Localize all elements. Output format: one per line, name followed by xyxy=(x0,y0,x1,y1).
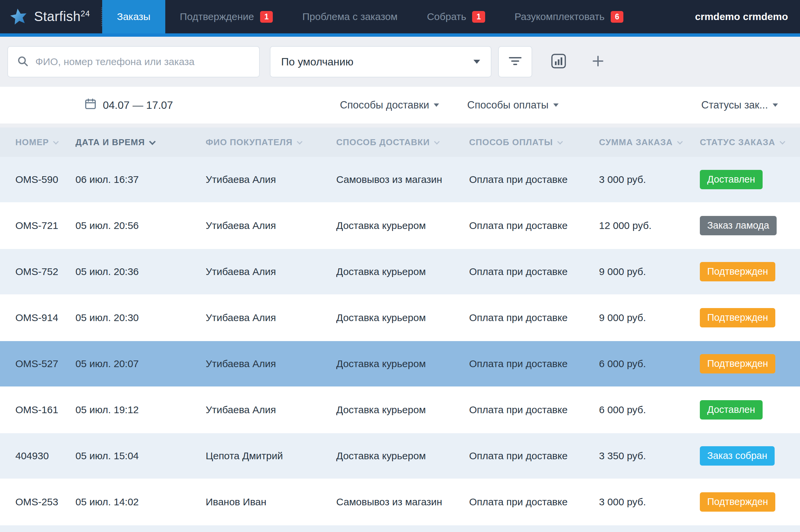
table-header: НОМЕР ДАТА И ВРЕМЯ ФИО ПОКУПАТЕЛЯ СПОСОБ… xyxy=(0,128,800,157)
payment-methods-filter[interactable]: Способы оплаты xyxy=(467,99,558,111)
order-delivery: Доставка курьером xyxy=(336,266,469,277)
date-range-filter[interactable]: 04.07 — 17.07 xyxy=(84,97,173,113)
order-datetime: 05 июл. 19:12 xyxy=(75,404,206,416)
status-badge: Подтвержден xyxy=(700,492,775,511)
order-delivery: Доставка курьером xyxy=(336,358,469,369)
sort-chevron-icon xyxy=(434,139,440,145)
chevron-down-icon xyxy=(434,103,439,107)
order-delivery: Самовывоз из магазин xyxy=(336,174,469,185)
tab-disassemble[interactable]: Разукомплектовать 6 xyxy=(500,0,638,33)
order-number: OMS-161 xyxy=(15,404,75,416)
payment-methods-label: Способы оплаты xyxy=(467,99,548,111)
order-payment: Оплата при доставке xyxy=(469,312,599,323)
tab-badge: 6 xyxy=(611,11,624,23)
brand-name: Starfish24 xyxy=(34,9,90,24)
table-row[interactable]: OMS-914 05 июл. 20:30 Утибаева Алия Дост… xyxy=(0,295,800,341)
order-number: OMS-527 xyxy=(15,358,75,369)
column-header-payment[interactable]: СПОСОБ ОПЛАТЫ xyxy=(469,137,599,148)
calendar-icon xyxy=(84,97,97,113)
table-row[interactable]: OMS-721 05 июл. 20:56 Утибаева Алия Дост… xyxy=(0,203,800,249)
order-payment: Оплата при доставке xyxy=(469,220,599,231)
sort-chevron-icon xyxy=(53,139,59,145)
order-number: OMS-721 xyxy=(15,220,75,231)
tab-orders[interactable]: Заказы xyxy=(102,0,165,33)
column-header-datetime[interactable]: ДАТА И ВРЕМЯ xyxy=(75,137,206,148)
tab-label: Заказы xyxy=(117,11,150,22)
table-row-partial xyxy=(0,525,800,532)
tab-order-problem[interactable]: Проблема с заказом xyxy=(287,0,412,33)
column-header-delivery[interactable]: СПОСОБ ДОСТАВКИ xyxy=(336,137,469,148)
order-payment: Оплата при доставке xyxy=(469,404,599,416)
column-header-amount[interactable]: СУММА ЗАКАЗА xyxy=(599,137,700,148)
order-delivery: Самовывоз из магазин xyxy=(336,496,469,508)
order-delivery: Доставка курьером xyxy=(336,404,469,416)
order-datetime: 05 июл. 20:56 xyxy=(75,220,206,231)
order-customer: Утибаева Алия xyxy=(206,404,336,416)
starfish-logo-icon xyxy=(8,6,29,27)
order-customer: Цепота Дмитрий xyxy=(206,450,336,461)
table-row[interactable]: OMS-527 05 июл. 20:07 Утибаева Алия Дост… xyxy=(0,341,800,387)
sort-chevron-icon xyxy=(677,139,683,145)
table-row[interactable]: OMS-590 06 июл. 16:37 Утибаева Алия Само… xyxy=(0,157,800,203)
order-delivery: Доставка курьером xyxy=(336,220,469,231)
sort-chevron-icon xyxy=(297,139,302,145)
order-statuses-filter[interactable]: Статусы зак... xyxy=(701,99,778,111)
table-row[interactable]: OMS-253 05 июл. 14:02 Иванов Иван Самовы… xyxy=(0,479,800,525)
order-number: 404930 xyxy=(15,450,75,461)
order-statuses-label: Статусы зак... xyxy=(701,99,768,111)
status-badge: Доставлен xyxy=(700,170,763,189)
order-datetime: 05 июл. 20:07 xyxy=(75,358,206,369)
order-number: OMS-752 xyxy=(15,266,75,277)
order-number: OMS-914 xyxy=(15,312,75,323)
order-delivery: Доставка курьером xyxy=(336,312,469,323)
order-payment: Оплата при доставке xyxy=(469,450,599,461)
column-header-number[interactable]: НОМЕР xyxy=(15,137,75,148)
sort-chevron-icon xyxy=(149,138,155,145)
delivery-methods-filter[interactable]: Способы доставки xyxy=(340,99,439,111)
user-menu[interactable]: crmdemo crmdemo xyxy=(683,0,800,33)
status-badge: Подтвержден xyxy=(700,262,775,281)
order-amount: 3 000 руб. xyxy=(599,174,700,185)
status-badge: Подтвержден xyxy=(700,308,775,327)
order-customer: Утибаева Алия xyxy=(206,358,336,369)
search-icon xyxy=(17,55,29,69)
date-range-value: 04.07 — 17.07 xyxy=(103,99,173,112)
status-badge: Заказ ламода xyxy=(700,216,777,235)
filter-row: 04.07 — 17.07 Способы доставки Способы о… xyxy=(0,87,800,124)
accent-line xyxy=(0,33,800,37)
sort-chevron-icon xyxy=(780,139,785,145)
search-input[interactable] xyxy=(35,56,250,68)
nav-tabs: Заказы Подтверждение 1 Проблема с заказо… xyxy=(102,0,638,33)
status-badge: Доставлен xyxy=(700,400,763,419)
order-delivery: Доставка курьером xyxy=(336,450,469,461)
sort-dropdown-value: По умолчанию xyxy=(281,56,353,68)
order-datetime: 05 июл. 14:02 xyxy=(75,496,206,508)
order-amount: 9 000 руб. xyxy=(599,312,700,323)
order-number: OMS-253 xyxy=(15,496,75,508)
chart-button[interactable] xyxy=(551,53,566,70)
tab-badge: 1 xyxy=(472,11,485,23)
table-row[interactable]: OMS-752 05 июл. 20:36 Утибаева Алия Дост… xyxy=(0,249,800,295)
order-payment: Оплата при доставке xyxy=(469,266,599,277)
table-row[interactable]: OMS-161 05 июл. 19:12 Утибаева Алия Дост… xyxy=(0,387,800,433)
tab-confirmation[interactable]: Подтверждение 1 xyxy=(165,0,288,33)
sort-dropdown[interactable]: По умолчанию xyxy=(270,46,491,77)
chevron-down-icon xyxy=(553,103,559,107)
search-box[interactable] xyxy=(7,46,260,77)
order-amount: 6 000 руб. xyxy=(599,358,700,369)
add-button[interactable] xyxy=(591,54,605,70)
order-amount: 12 000 руб. xyxy=(599,220,700,231)
table-row[interactable]: 404930 05 июл. 15:04 Цепота Дмитрий Дост… xyxy=(0,433,800,479)
plus-icon xyxy=(591,54,605,70)
order-amount: 3 350 руб. xyxy=(599,450,700,461)
delivery-methods-label: Способы доставки xyxy=(340,99,429,111)
tab-assemble[interactable]: Собрать 1 xyxy=(412,0,500,33)
tab-badge: 1 xyxy=(260,11,273,23)
status-badge: Подтвержден xyxy=(700,354,775,373)
order-amount: 3 000 руб. xyxy=(599,496,700,508)
column-header-customer[interactable]: ФИО ПОКУПАТЕЛЯ xyxy=(206,137,336,148)
order-amount: 6 000 руб. xyxy=(599,404,700,416)
column-header-status[interactable]: СТАТУС ЗАКАЗА xyxy=(700,137,800,148)
filter-button[interactable] xyxy=(498,46,532,77)
toolbar: По умолчанию xyxy=(0,37,800,87)
